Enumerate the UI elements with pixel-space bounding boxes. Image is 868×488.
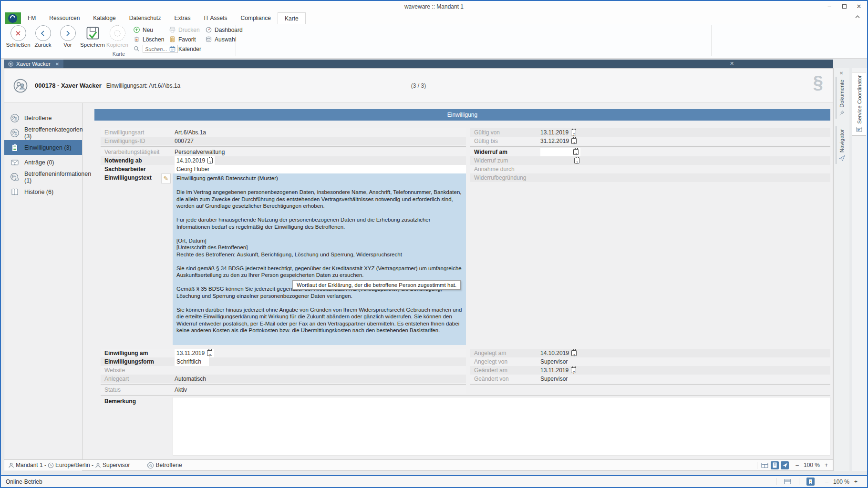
minimize-icon[interactable]: – bbox=[824, 1, 835, 11]
zoom-out-button[interactable]: – bbox=[825, 478, 828, 485]
sidebar-item-antraege[interactable]: Anträge (0) bbox=[4, 155, 82, 170]
close-icon[interactable]: ✕ bbox=[854, 1, 864, 11]
sidebar-item-betroffenenkategorien[interactable]: Betroffenenkategorien (3) bbox=[4, 125, 82, 140]
record-pager: (3 / 3) bbox=[4, 82, 833, 89]
dock-panel-strip: ✕ Dokumente Navigator bbox=[833, 68, 849, 471]
panel-tab-service-coordinator[interactable]: Service Coordinator bbox=[852, 72, 866, 136]
zoom-out-button[interactable]: – bbox=[796, 462, 799, 468]
pencil-icon: ✎ bbox=[164, 175, 169, 182]
paper-plane-icon bbox=[839, 155, 845, 161]
close-card-button[interactable]: Schließen bbox=[6, 25, 31, 48]
text-field: Schriftlich bbox=[173, 357, 466, 366]
collapse-ribbon-icon[interactable] bbox=[855, 15, 860, 19]
window-title: waveware :: Mandant 1 bbox=[404, 3, 464, 10]
forward-label: Vor bbox=[63, 42, 72, 48]
sidebar-item-betroffeneninformationen[interactable]: Betroffeneninformationen (1) bbox=[4, 170, 82, 184]
forward-button[interactable]: Vor bbox=[55, 25, 80, 48]
calendar-icon[interactable] bbox=[571, 130, 576, 135]
text-input[interactable]: Schriftlich bbox=[175, 357, 209, 366]
maximize-icon[interactable] bbox=[839, 1, 849, 11]
date-input[interactable]: 13.11.2019 bbox=[175, 349, 214, 357]
back-circle-icon bbox=[35, 25, 51, 41]
panel-tab-navigator[interactable]: Navigator bbox=[836, 126, 847, 164]
sidebar-item-betroffene[interactable]: Betroffene bbox=[4, 111, 82, 125]
favorite-button[interactable]: Favorit bbox=[169, 35, 201, 43]
ribbon-tab-karte[interactable]: Karte bbox=[278, 12, 306, 24]
close-tab-icon[interactable]: ✕ bbox=[55, 61, 59, 67]
ribbon-tab-fm[interactable]: FM bbox=[21, 12, 42, 24]
panel-tab-dokumente[interactable]: Dokumente bbox=[836, 77, 847, 119]
calendar-icon[interactable] bbox=[574, 158, 579, 163]
document-view-icon[interactable] bbox=[771, 461, 779, 469]
field-label: Angelegt am bbox=[470, 349, 538, 357]
field-value bbox=[538, 165, 830, 173]
consent-textarea[interactable]: Einwilligung gemäß Datenschutz (Muster) … bbox=[173, 173, 466, 345]
selection-button[interactable]: Auswahl bbox=[205, 35, 243, 43]
person-icon bbox=[8, 462, 14, 468]
calendar-icon[interactable] bbox=[207, 158, 213, 163]
document-tab[interactable]: Xaver Wacker ✕ bbox=[4, 60, 63, 68]
back-button[interactable]: Zurück bbox=[31, 25, 55, 48]
field-label: Sachbearbeiter bbox=[101, 165, 173, 173]
date-input[interactable]: 14.10.2019 bbox=[175, 156, 215, 165]
date-field: 13.11.2019 bbox=[173, 349, 466, 357]
text-input[interactable]: Georg Huber bbox=[175, 165, 466, 173]
people-icon bbox=[147, 462, 154, 469]
ribbon-tab-datenschutz[interactable]: Datenschutz bbox=[123, 12, 168, 24]
ribbon-tab-compliance[interactable]: Compliance bbox=[234, 12, 278, 24]
zoom-in-button[interactable]: + bbox=[825, 462, 828, 468]
field-label: Website bbox=[101, 366, 173, 375]
record-header: 000178 - Xaver Wacker Einwilligungsart: … bbox=[4, 69, 833, 103]
tabbar-close-icon[interactable]: ✕ bbox=[730, 61, 734, 67]
save-button[interactable]: Speichern bbox=[80, 25, 105, 48]
ribbon-tab-it-assets[interactable]: IT Assets bbox=[197, 12, 234, 24]
date-field: 13.11.2019 bbox=[538, 366, 830, 375]
field-value: 000727 bbox=[173, 137, 466, 145]
dashboard-button[interactable]: Dashboard bbox=[205, 26, 243, 34]
field-separator bbox=[101, 383, 466, 386]
sidebar-item-historie[interactable]: Historie (6) bbox=[4, 184, 82, 199]
zoom-in-button[interactable]: + bbox=[854, 478, 858, 485]
calendar-icon[interactable] bbox=[573, 149, 579, 155]
calendar-icon[interactable] bbox=[571, 138, 577, 144]
navigator-view-icon[interactable] bbox=[781, 461, 789, 469]
dock-close-icon[interactable]: ✕ bbox=[839, 71, 843, 76]
title-bar: waveware :: Mandant 1 bbox=[1, 1, 867, 12]
zoom-level: 100 % bbox=[804, 462, 820, 468]
field-label: Einwilligungsform bbox=[101, 357, 173, 366]
date-input[interactable] bbox=[540, 148, 580, 156]
print-label: Drucken bbox=[178, 27, 200, 33]
field-value bbox=[173, 366, 466, 375]
field-label: Widerruf am bbox=[470, 148, 538, 156]
sidebar-item-label: Einwilligungen (3) bbox=[24, 144, 72, 151]
field-label: Angelegt von bbox=[470, 357, 538, 366]
calendar-icon[interactable] bbox=[207, 350, 212, 356]
sidebar-item-einwilligungen[interactable]: Einwilligungen (3) bbox=[4, 140, 82, 155]
field-label: Bemerkung bbox=[101, 397, 173, 406]
layout-grid-icon[interactable] bbox=[761, 461, 769, 469]
calendar-icon[interactable] bbox=[571, 367, 576, 373]
window-border-left bbox=[0, 0, 1, 488]
app-logo[interactable] bbox=[5, 12, 21, 24]
status-entity: Betroffene bbox=[155, 462, 182, 468]
calendar-icon[interactable] bbox=[571, 350, 577, 356]
field-label: Gültig von bbox=[470, 128, 538, 137]
ribbon-tab-extras[interactable]: Extras bbox=[167, 12, 197, 24]
ribbon-tab-kataloge[interactable]: Kataloge bbox=[86, 12, 122, 24]
bookmark-view-icon[interactable] bbox=[806, 478, 815, 486]
clock-icon bbox=[48, 462, 54, 468]
service-window-icon bbox=[856, 126, 862, 132]
layout-grid-icon[interactable] bbox=[784, 478, 792, 486]
edit-pencil-button[interactable]: ✎ bbox=[161, 173, 171, 183]
ribbon-tab-ressourcen[interactable]: Ressourcen bbox=[42, 12, 86, 24]
field-value: Supervisor bbox=[538, 375, 830, 383]
person-icon bbox=[95, 462, 101, 468]
connection-mode: Online-Betrieb bbox=[6, 478, 42, 485]
fields-right-top: Gültig von 13.11.2019 Gültig bis 31.12.2… bbox=[470, 128, 830, 182]
close-circle-icon bbox=[10, 25, 26, 41]
remark-textarea[interactable] bbox=[173, 397, 830, 456]
section-title: Einwilligung bbox=[447, 112, 477, 118]
floppy-disk-icon bbox=[85, 25, 101, 41]
field-value bbox=[538, 173, 830, 182]
book-icon bbox=[10, 187, 20, 197]
